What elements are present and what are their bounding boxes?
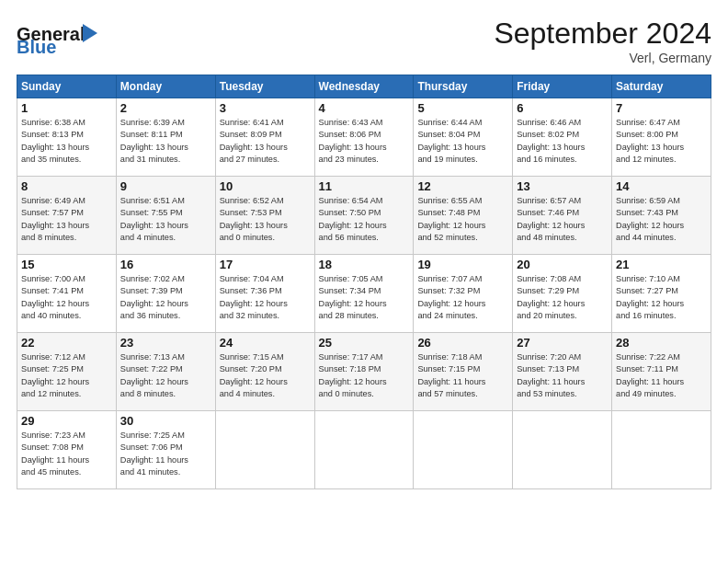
table-cell: 27Sunrise: 7:20 AMSunset: 7:13 PMDayligh… [513, 333, 612, 411]
week-row-1: 1Sunrise: 6:38 AMSunset: 8:13 PMDaylight… [17, 98, 711, 177]
day-number: 15 [21, 258, 112, 271]
day-info: Sunrise: 6:46 AMSunset: 8:02 PMDaylight:… [517, 117, 608, 166]
day-number: 2 [120, 101, 211, 115]
table-cell: 24Sunrise: 7:15 AMSunset: 7:20 PMDayligh… [215, 333, 314, 411]
table-cell: 23Sunrise: 7:13 AMSunset: 7:22 PMDayligh… [116, 333, 215, 411]
table-cell: 2Sunrise: 6:39 AMSunset: 8:11 PMDaylight… [116, 98, 215, 177]
table-cell: 1Sunrise: 6:38 AMSunset: 8:13 PMDaylight… [17, 98, 117, 177]
col-wednesday: Wednesday [314, 75, 414, 98]
subtitle: Verl, Germany [494, 51, 711, 65]
day-number: 18 [319, 258, 410, 271]
week-row-5: 29Sunrise: 7:23 AMSunset: 7:08 PMDayligh… [17, 411, 711, 489]
day-info: Sunrise: 7:05 AMSunset: 7:34 PMDaylight:… [319, 273, 410, 322]
day-number: 26 [417, 336, 508, 350]
table-cell [215, 411, 314, 489]
col-thursday: Thursday [414, 75, 513, 98]
day-info: Sunrise: 6:49 AMSunset: 7:57 PMDaylight:… [21, 195, 112, 244]
day-number: 9 [120, 179, 211, 193]
table-cell [414, 411, 513, 489]
day-number: 8 [21, 179, 112, 193]
day-info: Sunrise: 6:51 AMSunset: 7:55 PMDaylight:… [120, 195, 211, 244]
table-cell: 10Sunrise: 6:52 AMSunset: 7:53 PMDayligh… [215, 177, 314, 255]
day-info: Sunrise: 6:43 AMSunset: 8:06 PMDaylight:… [319, 117, 410, 166]
table-cell: 14Sunrise: 6:59 AMSunset: 7:43 PMDayligh… [612, 177, 711, 255]
day-info: Sunrise: 6:57 AMSunset: 7:46 PMDaylight:… [517, 195, 608, 244]
week-row-3: 15Sunrise: 7:00 AMSunset: 7:41 PMDayligh… [17, 255, 711, 333]
day-info: Sunrise: 7:08 AMSunset: 7:29 PMDaylight:… [517, 273, 608, 322]
day-info: Sunrise: 7:18 AMSunset: 7:15 PMDaylight:… [417, 351, 508, 400]
day-number: 24 [220, 336, 311, 350]
table-cell: 19Sunrise: 7:07 AMSunset: 7:32 PMDayligh… [414, 255, 513, 333]
day-info: Sunrise: 7:00 AMSunset: 7:41 PMDaylight:… [21, 273, 112, 322]
table-cell [612, 411, 711, 489]
day-number: 4 [319, 101, 410, 115]
header: General Blue September 2024 Verl, German… [17, 17, 711, 65]
title-block: September 2024 Verl, Germany [494, 17, 711, 65]
day-number: 16 [120, 258, 211, 271]
day-number: 30 [120, 414, 211, 428]
day-number: 27 [517, 336, 608, 350]
day-number: 29 [21, 414, 112, 428]
table-cell: 30Sunrise: 7:25 AMSunset: 7:06 PMDayligh… [116, 411, 215, 489]
page: General Blue September 2024 Verl, German… [0, 0, 728, 563]
day-info: Sunrise: 7:12 AMSunset: 7:25 PMDaylight:… [21, 351, 112, 400]
table-cell: 4Sunrise: 6:43 AMSunset: 8:06 PMDaylight… [314, 98, 414, 177]
table-cell: 21Sunrise: 7:10 AMSunset: 7:27 PMDayligh… [612, 255, 711, 333]
day-number: 22 [21, 336, 112, 350]
day-number: 21 [616, 258, 707, 271]
day-number: 19 [417, 258, 508, 271]
col-friday: Friday [513, 75, 612, 98]
day-info: Sunrise: 7:02 AMSunset: 7:39 PMDaylight:… [120, 273, 211, 322]
table-cell [314, 411, 414, 489]
table-cell: 17Sunrise: 7:04 AMSunset: 7:36 PMDayligh… [215, 255, 314, 333]
day-number: 23 [120, 336, 211, 350]
table-cell: 5Sunrise: 6:44 AMSunset: 8:04 PMDaylight… [414, 98, 513, 177]
day-info: Sunrise: 6:39 AMSunset: 8:11 PMDaylight:… [120, 117, 211, 166]
day-info: Sunrise: 6:41 AMSunset: 8:09 PMDaylight:… [220, 117, 311, 166]
day-info: Sunrise: 7:13 AMSunset: 7:22 PMDaylight:… [120, 351, 211, 400]
day-number: 10 [220, 179, 311, 193]
day-info: Sunrise: 6:55 AMSunset: 7:48 PMDaylight:… [417, 195, 508, 244]
day-info: Sunrise: 7:04 AMSunset: 7:36 PMDaylight:… [220, 273, 311, 322]
header-row: Sunday Monday Tuesday Wednesday Thursday… [17, 75, 711, 98]
table-cell: 20Sunrise: 7:08 AMSunset: 7:29 PMDayligh… [513, 255, 612, 333]
day-info: Sunrise: 7:20 AMSunset: 7:13 PMDaylight:… [517, 351, 608, 400]
table-cell: 25Sunrise: 7:17 AMSunset: 7:18 PMDayligh… [314, 333, 414, 411]
day-number: 17 [220, 258, 311, 271]
day-info: Sunrise: 6:52 AMSunset: 7:53 PMDaylight:… [220, 195, 311, 244]
svg-text:Blue: Blue [17, 37, 56, 53]
table-cell: 3Sunrise: 6:41 AMSunset: 8:09 PMDaylight… [215, 98, 314, 177]
table-cell: 7Sunrise: 6:47 AMSunset: 8:00 PMDaylight… [612, 98, 711, 177]
table-cell: 28Sunrise: 7:22 AMSunset: 7:11 PMDayligh… [612, 333, 711, 411]
table-cell: 12Sunrise: 6:55 AMSunset: 7:48 PMDayligh… [414, 177, 513, 255]
col-tuesday: Tuesday [215, 75, 314, 98]
col-sunday: Sunday [17, 75, 117, 98]
day-number: 3 [220, 101, 311, 115]
day-info: Sunrise: 6:59 AMSunset: 7:43 PMDaylight:… [616, 195, 707, 244]
table-cell [513, 411, 612, 489]
day-number: 11 [319, 179, 410, 193]
day-info: Sunrise: 7:17 AMSunset: 7:18 PMDaylight:… [319, 351, 410, 400]
logo-svg: General Blue [17, 17, 99, 53]
logo: General Blue [17, 17, 99, 53]
day-info: Sunrise: 7:22 AMSunset: 7:11 PMDaylight:… [616, 351, 707, 400]
table-cell: 29Sunrise: 7:23 AMSunset: 7:08 PMDayligh… [17, 411, 117, 489]
col-saturday: Saturday [612, 75, 711, 98]
day-number: 28 [616, 336, 707, 350]
week-row-4: 22Sunrise: 7:12 AMSunset: 7:25 PMDayligh… [17, 333, 711, 411]
svg-marker-2 [83, 24, 97, 42]
table-cell: 22Sunrise: 7:12 AMSunset: 7:25 PMDayligh… [17, 333, 117, 411]
week-row-2: 8Sunrise: 6:49 AMSunset: 7:57 PMDaylight… [17, 177, 711, 255]
day-number: 13 [517, 179, 608, 193]
day-info: Sunrise: 6:54 AMSunset: 7:50 PMDaylight:… [319, 195, 410, 244]
col-monday: Monday [116, 75, 215, 98]
day-number: 7 [616, 101, 707, 115]
day-info: Sunrise: 7:10 AMSunset: 7:27 PMDaylight:… [616, 273, 707, 322]
table-cell: 13Sunrise: 6:57 AMSunset: 7:46 PMDayligh… [513, 177, 612, 255]
day-number: 12 [417, 179, 508, 193]
day-number: 6 [517, 101, 608, 115]
table-cell: 6Sunrise: 6:46 AMSunset: 8:02 PMDaylight… [513, 98, 612, 177]
day-number: 20 [517, 258, 608, 271]
day-info: Sunrise: 6:38 AMSunset: 8:13 PMDaylight:… [21, 117, 112, 166]
day-number: 5 [417, 101, 508, 115]
